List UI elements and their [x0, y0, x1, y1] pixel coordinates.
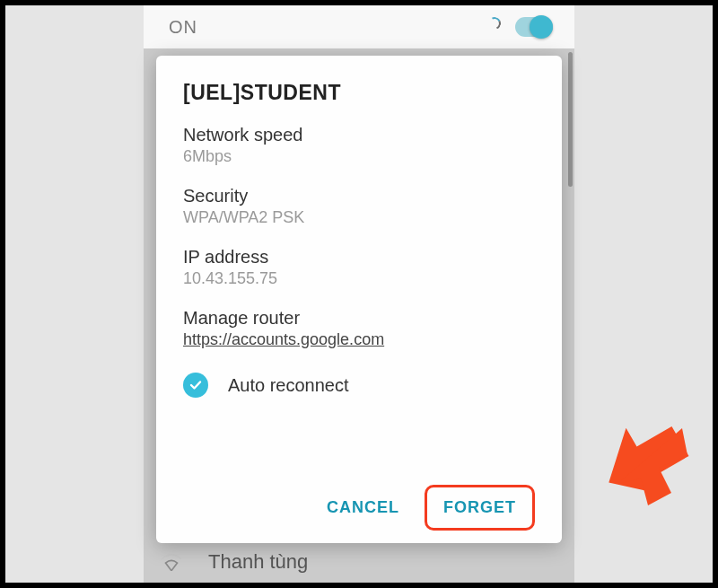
dialog-actions: CANCEL FORGET — [183, 478, 535, 531]
cancel-button[interactable]: CANCEL — [311, 485, 416, 531]
wifi-status-label: ON — [169, 17, 197, 38]
dialog-title: [UEL]STUDENT — [183, 81, 535, 105]
wifi-toggle[interactable] — [515, 17, 553, 37]
wifi-signal-icon — [160, 553, 183, 571]
security-value: WPA/WPA2 PSK — [183, 208, 535, 227]
network-speed-value: 6Mbps — [183, 147, 535, 166]
wifi-details-dialog: [UEL]STUDENT Network speed 6Mbps Securit… — [156, 56, 562, 543]
ip-address-value: 10.43.155.75 — [183, 269, 535, 288]
topbar-right-icons — [483, 17, 553, 37]
security-block: Security WPA/WPA2 PSK — [183, 186, 535, 227]
auto-reconnect-row[interactable]: Auto reconnect — [183, 373, 535, 398]
app-frame: ON Thanh tùng [UEL]STUDENT Network speed… — [0, 0, 718, 588]
ip-address-label: IP address — [183, 247, 535, 268]
manage-router-label: Manage router — [183, 308, 535, 329]
wifi-network-name: Thanh tùng — [208, 550, 308, 574]
manage-router-link[interactable]: https://accounts.google.com — [183, 330, 535, 349]
wifi-settings-topbar: ON — [144, 5, 574, 48]
ip-address-block: IP address 10.43.155.75 — [183, 247, 535, 288]
checkmark-icon — [183, 373, 208, 398]
phone-screen: ON Thanh tùng [UEL]STUDENT Network speed… — [144, 5, 574, 583]
annotation-arrow-icon — [596, 412, 695, 511]
network-speed-label: Network speed — [183, 125, 535, 145]
wifi-network-row[interactable]: Thanh tùng — [160, 541, 558, 583]
refresh-spinner-icon — [483, 17, 503, 37]
network-speed-block: Network speed 6Mbps — [183, 125, 535, 166]
auto-reconnect-label: Auto reconnect — [228, 375, 349, 396]
security-label: Security — [183, 186, 535, 206]
manage-router-block: Manage router https://accounts.google.co… — [183, 308, 535, 349]
forget-button[interactable]: FORGET — [425, 485, 535, 531]
